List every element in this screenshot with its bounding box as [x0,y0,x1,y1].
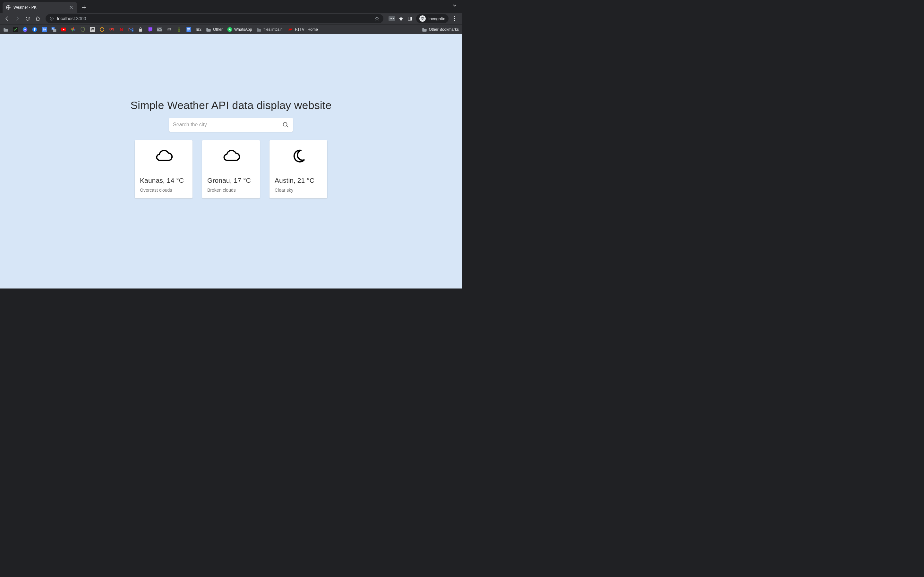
folder-grey-icon [256,27,262,32]
toolbar: localhost:3000 Incognito [0,13,462,24]
bookmark-item[interactable] [157,27,162,32]
forward-button[interactable] [13,14,22,23]
bookmark-item[interactable]: 0 [128,27,134,32]
bookmark-item[interactable]: W [90,27,95,32]
moon-icon [289,149,308,163]
bookmark-item[interactable]: IB2 [196,27,202,32]
site-info-icon[interactable] [49,16,54,21]
bookmark-item[interactable] [61,27,66,32]
svg-text:G: G [52,27,54,30]
address-bar[interactable]: localhost:3000 [45,14,383,23]
folder-icon [206,27,211,32]
svg-point-19 [100,27,104,31]
bookmark-item[interactable]: F1TV | Home [288,27,318,32]
svg-rect-23 [150,28,150,29]
weather-card[interactable]: Gronau, 17 °CBroken clouds [202,140,260,198]
url-text: localhost:3000 [57,16,86,21]
bookmark-item[interactable] [99,27,105,32]
viewport: Simple Weather API data display website … [0,34,462,288]
bookmark-label: Other [213,27,223,32]
bookmark-item[interactable]: files.intcs.nl [256,27,283,32]
back-button[interactable] [3,14,11,23]
incognito-badge[interactable]: Incognito [416,14,449,23]
svg-point-10 [454,18,455,19]
browser-tab[interactable]: Weather - PK [3,2,77,13]
svg-text:0: 0 [132,29,133,31]
circle-icon [99,27,105,32]
bookmark-item[interactable]: ON [109,27,114,32]
svg-rect-26 [178,31,180,31]
bookmark-label: files.intcs.nl [263,27,283,32]
bookmark-item[interactable] [80,27,86,32]
svg-point-9 [454,16,455,17]
weather-card[interactable]: Kaunas, 14 °COvercast clouds [135,140,192,198]
bookmark-item[interactable] [32,27,37,32]
search-field[interactable] [169,118,293,132]
bookmark-label: WhatsApp [234,27,252,32]
cal29-icon: 29 [42,27,47,32]
netflix-icon: N [119,27,124,32]
bookmark-item[interactable]: N [119,27,124,32]
close-icon[interactable] [69,5,74,10]
bookmark-item[interactable] [13,27,18,32]
bookmark-label: F1TV | Home [295,27,318,32]
cloud-icon [154,149,173,163]
bookmark-item[interactable] [176,27,182,32]
bookmark-label: IB2 [196,27,202,32]
home-button[interactable] [33,14,42,23]
bookmark-item[interactable] [23,27,27,32]
browser-chrome: Weather - PK localho [0,0,462,34]
bookmark-separator [416,27,416,32]
bookmark-item[interactable] [138,27,143,32]
bookmark-item[interactable]: WhatsApp [227,27,252,32]
card-description: Broken clouds [207,187,255,193]
card-description: Overcast clouds [140,187,187,193]
reload-button[interactable] [23,14,32,23]
bookmarks-bar: 29GWONN0mtIB2OtherWhatsAppfiles.intcs.nl… [0,24,462,34]
incognito-icon [419,15,426,22]
svg-point-7 [421,19,423,20]
search-icon[interactable] [282,121,289,128]
page-content: Simple Weather API data display website … [128,34,334,198]
search-input[interactable] [173,122,282,127]
pawn-icon [176,27,182,32]
url-port: :3000 [75,16,86,21]
whatsapp-icon [227,27,232,32]
other-bookmarks-button[interactable]: Other Bookmarks [422,27,459,32]
weather-card[interactable]: Austin, 21 °CClear sky [270,140,327,198]
incognito-label: Incognito [428,16,445,21]
docs-icon [186,27,191,32]
bookmark-item[interactable] [3,27,8,32]
folder-icon [3,27,8,32]
bookmark-item[interactable] [148,27,153,32]
bookmark-item[interactable] [186,27,191,32]
wiki-icon: W [90,27,95,32]
card-title: Austin, 21 °C [275,177,322,184]
bookmark-item[interactable]: 29 [42,27,47,32]
new-tab-button[interactable] [79,3,89,12]
svg-point-8 [423,19,424,20]
mt-icon: mt [167,27,172,32]
svg-rect-24 [151,28,151,29]
card-title: Kaunas, 14 °C [140,177,187,184]
bookmark-item[interactable]: Other [206,27,223,32]
bookmark-item[interactable]: G [51,27,57,32]
ellipsis-box-icon[interactable] [389,16,395,21]
bookmark-item[interactable]: mt [167,27,172,32]
bookmark-item[interactable] [71,27,76,32]
cloud-icon [221,149,241,163]
svg-rect-30 [187,30,189,30]
menu-icon[interactable] [452,16,457,21]
sidepanel-icon[interactable] [407,16,413,21]
messenger-icon [23,27,27,32]
bookmark-star-icon[interactable] [375,16,380,21]
page-title: Simple Weather API data display website [128,98,334,113]
svg-rect-6 [411,17,412,21]
extensions-icon[interactable] [398,16,404,21]
folder-icon [422,27,427,32]
check-icon [13,27,18,32]
svg-point-32 [283,122,287,126]
url-host: localhost [57,16,75,21]
tab-search-button[interactable] [452,3,457,9]
svg-rect-22 [139,29,142,31]
